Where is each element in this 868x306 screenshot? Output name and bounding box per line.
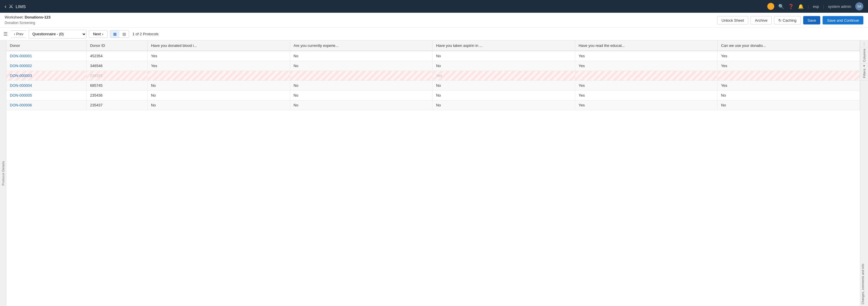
table-row: DON-000002346546YesNoNoYesYes bbox=[6, 61, 860, 71]
cell-q4: Yes bbox=[575, 100, 717, 110]
cell-q3: No bbox=[433, 51, 575, 61]
filters-button[interactable]: ▼ Filters bbox=[863, 64, 866, 79]
cell-q5: Yes bbox=[717, 81, 860, 91]
toolbar: ☰ ‹ Prev Questionnaire - (0) Next › ▦ ▤ … bbox=[0, 28, 868, 40]
notification-icon[interactable]: 🔔 bbox=[798, 4, 804, 9]
breadcrumb-actions: Unlock Sheet Archive ↻ Caching Save Save… bbox=[717, 16, 863, 24]
donor-link[interactable]: DON-000001 bbox=[10, 54, 32, 58]
cell-donor-id: 235437 bbox=[87, 100, 148, 110]
table-body: DON-000001452354YesNoNoYesYesDON-0000023… bbox=[6, 51, 860, 110]
prev-button[interactable]: ‹ Prev bbox=[11, 30, 26, 38]
cell-q5: No bbox=[717, 91, 860, 100]
help-icon[interactable]: ❓ bbox=[788, 4, 794, 9]
save-button[interactable]: Save bbox=[803, 16, 820, 24]
cell-donor-id: 234325 bbox=[87, 71, 148, 81]
cell-q3: Yes bbox=[433, 71, 575, 81]
grid-view-button[interactable]: ▦ bbox=[110, 30, 120, 38]
cell-q1: No bbox=[147, 100, 290, 110]
worksheet-name: Donations-123 bbox=[25, 15, 51, 20]
cell-donor-id: 346546 bbox=[87, 61, 148, 71]
cell-q4 bbox=[575, 71, 717, 81]
breadcrumb-subtitle: Donation Screening bbox=[5, 21, 35, 25]
cell-q3: No bbox=[433, 100, 575, 110]
breadcrumb-line1: Worksheet: Donations-123 bbox=[5, 15, 51, 20]
questionnaire-dropdown[interactable]: Questionnaire - (0) bbox=[29, 30, 87, 38]
cell-donor: DON-000005 bbox=[6, 91, 87, 100]
cell-donor: DON-000006 bbox=[6, 100, 87, 110]
cell-q4: Yes bbox=[575, 61, 717, 71]
donor-link[interactable]: DON-000005 bbox=[10, 93, 32, 97]
nav-logo-area: ‹ ⚔ LIMS bbox=[5, 3, 26, 9]
caching-icon: ↻ bbox=[778, 18, 781, 22]
list-view-button[interactable]: ▤ bbox=[120, 30, 129, 38]
cell-q2: No bbox=[290, 91, 433, 100]
cell-q5: No bbox=[717, 100, 860, 110]
col-header-q5: Can we use your donatio... bbox=[717, 40, 860, 51]
menu-icon[interactable]: ☰ bbox=[3, 31, 7, 37]
cell-donor: DON-000004 bbox=[6, 81, 87, 91]
save-and-continue-button[interactable]: Save and Continue bbox=[823, 16, 863, 24]
unlock-sheet-button[interactable]: Unlock Sheet bbox=[717, 16, 748, 24]
donor-link[interactable]: DON-000006 bbox=[10, 103, 32, 107]
status-indicator bbox=[767, 3, 774, 10]
columns-panel-button[interactable]: Columns bbox=[863, 48, 866, 63]
col-header-donor: Donor bbox=[6, 40, 87, 51]
cell-q1: Yes bbox=[147, 61, 290, 71]
back-arrow-icon[interactable]: ‹ bbox=[5, 3, 6, 9]
table-row: DON-000003234325Yes bbox=[6, 71, 860, 81]
protocol-details-panel[interactable]: Protocol Details bbox=[0, 40, 6, 306]
cell-q4: Yes bbox=[575, 81, 717, 91]
user-avatar[interactable]: SA bbox=[855, 2, 863, 10]
data-table: Donor Donor ID Have you donated blood i.… bbox=[6, 40, 860, 110]
col-header-q4: Have you read the educat... bbox=[575, 40, 717, 51]
cell-q5: Yes bbox=[717, 61, 860, 71]
cell-q1: Yes bbox=[147, 51, 290, 61]
changes-comments-panel-button[interactable]: Changes, comments and info bbox=[860, 81, 866, 306]
col-header-q3: Have you taken aspirin in ... bbox=[433, 40, 575, 51]
cell-q2: No bbox=[290, 100, 433, 110]
donor-link[interactable]: DON-000004 bbox=[10, 83, 32, 88]
table-row: DON-000001452354YesNoNoYesYes bbox=[6, 51, 860, 61]
next-button[interactable]: Next › bbox=[89, 30, 107, 38]
cell-q2: No bbox=[290, 51, 433, 61]
cell-q2 bbox=[290, 71, 433, 81]
protocol-count: 1 of 2 Protocols bbox=[132, 32, 159, 36]
caching-button[interactable]: ↻ Caching bbox=[774, 16, 801, 24]
table-header-row: Donor Donor ID Have you donated blood i.… bbox=[6, 40, 860, 51]
cell-q2: No bbox=[290, 81, 433, 91]
cell-donor-id: 235436 bbox=[87, 91, 148, 100]
view-toggle: ▦ ▤ bbox=[110, 30, 129, 38]
archive-button[interactable]: Archive bbox=[750, 16, 772, 24]
main-content: Protocol Details Donor Donor ID Have you… bbox=[0, 40, 868, 306]
nav-right: 🔍 ❓ 🔔 | esp | system admin SA bbox=[767, 2, 863, 10]
table-row: DON-000004685745NoNoNoYesYes bbox=[6, 81, 860, 91]
donor-link[interactable]: DON-000003 bbox=[10, 73, 32, 78]
col-header-q1: Have you donated blood i... bbox=[147, 40, 290, 51]
table-row: DON-000005235436NoNoNoYesNo bbox=[6, 91, 860, 100]
cell-donor-id: 685745 bbox=[87, 81, 148, 91]
cell-donor-id: 452354 bbox=[87, 51, 148, 61]
search-icon[interactable]: 🔍 bbox=[778, 4, 784, 9]
right-panel: ⋮ Columns ▼ Filters Changes, comments an… bbox=[860, 40, 868, 306]
cell-donor: DON-000002 bbox=[6, 61, 87, 71]
cell-q4: Yes bbox=[575, 91, 717, 100]
cell-q3: No bbox=[433, 91, 575, 100]
donor-link[interactable]: DON-000002 bbox=[10, 64, 32, 68]
nav-username: system admin bbox=[828, 4, 851, 9]
nav-language[interactable]: esp bbox=[813, 4, 819, 9]
breadcrumb-bar: Worksheet: Donations-123 Donation Screen… bbox=[0, 13, 868, 28]
cell-q1: No bbox=[147, 81, 290, 91]
cell-q1: No bbox=[147, 91, 290, 100]
table-row: DON-000006235437NoNoNoYesNo bbox=[6, 100, 860, 110]
cell-donor: DON-000003 bbox=[6, 71, 87, 81]
flask-icon: ⚔ bbox=[9, 3, 13, 9]
columns-grip-icon[interactable]: ⋮ bbox=[862, 42, 866, 46]
protocol-details-label: Protocol Details bbox=[1, 161, 5, 185]
col-header-q2: Are you currently experie... bbox=[290, 40, 433, 51]
cell-q3: No bbox=[433, 81, 575, 91]
prev-next-buttons: ‹ Prev bbox=[11, 30, 26, 38]
cell-q5: Yes bbox=[717, 51, 860, 61]
app-title: LIMS bbox=[16, 4, 26, 9]
filters-label: Filters bbox=[863, 67, 866, 79]
cell-q2: No bbox=[290, 61, 433, 71]
